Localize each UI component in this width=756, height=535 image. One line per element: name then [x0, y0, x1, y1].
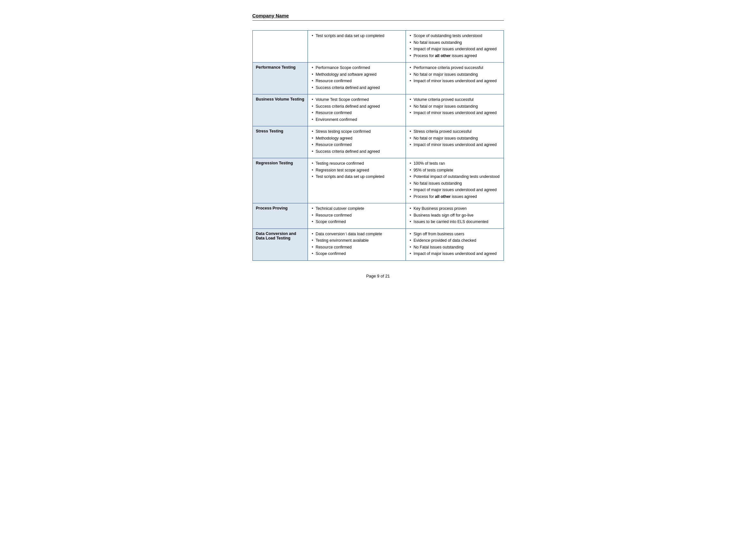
entry-item: Stress testing scope confirmed	[311, 129, 402, 135]
exit-criteria-6: Sign off from business usersEvidence pro…	[406, 229, 504, 260]
entry-item: Resource confirmed	[311, 78, 402, 84]
company-name: Company Name	[252, 13, 289, 18]
entry-criteria-2: Volume Test Scope confirmedSuccess crite…	[307, 95, 406, 126]
exit-item: No fatal or major issues outstanding	[409, 136, 500, 141]
exit-criteria-4: 100% of tests ran95% of tests completePo…	[406, 158, 504, 203]
exit-item: Volume criteria proved successful	[409, 97, 500, 103]
entry-criteria-5: Technical cutover completeResource confi…	[307, 203, 406, 229]
exit-item: No fatal issues outstanding	[409, 40, 500, 46]
row-label-3: Stress Testing	[252, 126, 307, 158]
entry-item: Methodology and software agreed	[311, 72, 402, 78]
exit-item: Sign off from business users	[409, 231, 500, 237]
exit-item: Performance criteria proved successful	[409, 65, 500, 71]
exit-item: No fatal or major issues outstanding	[409, 104, 500, 110]
exit-criteria-3: Stress criteria proved successfulNo fata…	[406, 126, 504, 158]
page-footer: Page 9 of 21	[252, 274, 504, 278]
entry-item: Success criteria defined and agreed	[311, 85, 402, 91]
row-label-4: Regression Testing	[252, 158, 307, 203]
exit-item: No Fatal Issues outstanding	[409, 245, 500, 250]
exit-criteria-0: Scope of outstanding tests understoodNo …	[406, 31, 504, 63]
exit-item: Impact of major issues understood and ag…	[409, 187, 500, 193]
entry-item: Volume Test Scope confirmed	[311, 97, 402, 103]
entry-item: Success criteria defined and agreed	[311, 104, 402, 110]
entry-criteria-3: Stress testing scope confirmedMethodolog…	[307, 126, 406, 158]
exit-item: Impact of major issues understood and ag…	[409, 46, 500, 52]
exit-item: No fatal issues outstanding	[409, 181, 500, 186]
exit-item: Issues to be carried into ELS documented	[409, 219, 500, 225]
exit-item: Impact of major issues understood and ag…	[409, 251, 500, 257]
entry-item: Scope confirmed	[311, 219, 402, 225]
row-label-6: Data Conversion and Data Load Testing	[252, 229, 307, 260]
entry-item: Resource confirmed	[311, 245, 402, 250]
exit-criteria-2: Volume criteria proved successfulNo fata…	[406, 95, 504, 126]
entry-item: Scope confirmed	[311, 251, 402, 257]
company-header: Company Name	[252, 13, 504, 21]
entry-item: Resource confirmed	[311, 213, 402, 218]
entry-item: Environment confirmed	[311, 117, 402, 123]
entry-item: Technical cutover complete	[311, 206, 402, 212]
exit-criteria-5: Key Business process provenBusiness lead…	[406, 203, 504, 229]
exit-criteria-1: Performance criteria proved successfulNo…	[406, 63, 504, 95]
exit-item: Stress criteria proved successful	[409, 129, 500, 135]
entry-item: Success criteria defined and agreed	[311, 149, 402, 155]
entry-item: Methodology agreed	[311, 136, 402, 141]
row-label-1: Performance Testing	[252, 63, 307, 95]
entry-item: Testing resource confirmed	[311, 161, 402, 167]
entry-item: Regression test scope agreed	[311, 168, 402, 173]
entry-item: Testing environment available	[311, 238, 402, 244]
entry-item: Data conversion \ data load complete	[311, 231, 402, 237]
exit-item: No fatal or major issues outstanding	[409, 72, 500, 78]
row-label-5: Process Proving	[252, 203, 307, 229]
exit-item: Impact of minor issues understood and ag…	[409, 142, 500, 148]
exit-item: Process for all other issues agreed	[409, 53, 500, 59]
entry-criteria-1: Performance Scope confirmedMethodology a…	[307, 63, 406, 95]
exit-item: Process for all other issues agreed	[409, 194, 500, 200]
entry-criteria-0: Test scripts and data set up completed	[307, 31, 406, 63]
exit-item: Impact of minor issues understood and ag…	[409, 78, 500, 84]
entry-item: Test scripts and data set up completed	[311, 174, 402, 180]
exit-item: 100% of tests ran	[409, 161, 500, 167]
exit-item: Key Business process proven	[409, 206, 500, 212]
row-label-0	[252, 31, 307, 63]
entry-item: Resource confirmed	[311, 142, 402, 148]
row-label-2: Business Volume Testing	[252, 95, 307, 126]
exit-item: Business leads sign off for go-live	[409, 213, 500, 218]
entry-criteria-4: Testing resource confirmedRegression tes…	[307, 158, 406, 203]
exit-item: Potential impact of outstanding tests un…	[409, 174, 500, 180]
entry-item: Test scripts and data set up completed	[311, 33, 402, 39]
exit-item: Scope of outstanding tests understood	[409, 33, 500, 39]
entry-item: Resource confirmed	[311, 110, 402, 116]
criteria-table: Test scripts and data set up completedSc…	[252, 30, 504, 261]
exit-item: 95% of tests complete	[409, 168, 500, 173]
exit-item: Impact of minor issues understood and ag…	[409, 110, 500, 116]
entry-item: Performance Scope confirmed	[311, 65, 402, 71]
entry-criteria-6: Data conversion \ data load completeTest…	[307, 229, 406, 260]
page-info: Page 9 of 21	[366, 274, 390, 278]
exit-item: Evidence provided of data checked	[409, 238, 500, 244]
